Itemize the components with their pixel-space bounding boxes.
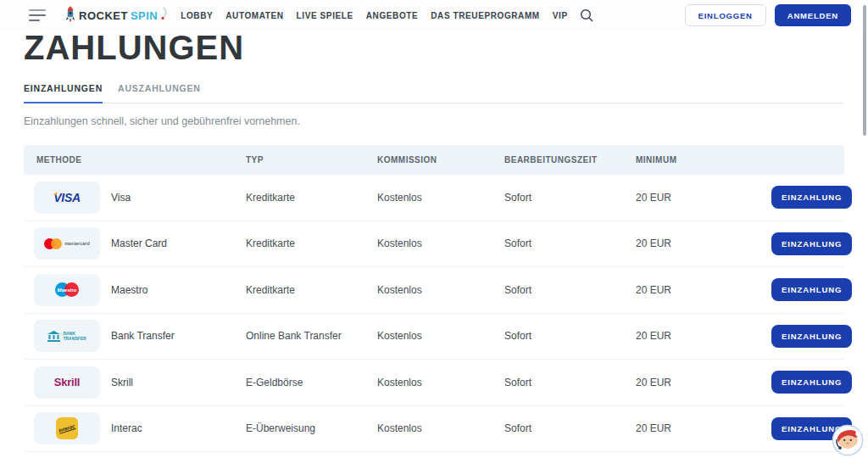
tab-einzahlungen[interactable]: EINZAHLUNGEN	[24, 83, 103, 103]
payments-table: METHODETYPKOMMISSIONBEARBEITUNGSZEITMINI…	[24, 145, 844, 452]
nav-item-live-spiele[interactable]: LIVE SPIELE	[297, 11, 353, 20]
method-name: Master Card	[111, 237, 167, 249]
kommission-cell: Kostenlos	[377, 192, 504, 204]
column-header-kommission: KOMMISSION	[377, 155, 504, 165]
nav-item-angebote[interactable]: ANGEBOTE	[366, 11, 418, 20]
deposit-button[interactable]: EINZAHLUNG	[771, 278, 852, 301]
bearbeitungszeit-cell: Sofort	[504, 192, 636, 204]
mastercard-logo: mastercard	[44, 238, 90, 249]
payment-row-master-card: mastercardMaster CardKreditkarteKostenlo…	[24, 221, 844, 268]
interac-logo: Interac	[56, 417, 78, 439]
payment-row-maestro: MaestroMaestroKreditkarteKostenlosSofort…	[24, 267, 844, 314]
bank-transfer-logo: BANKTRANSFER	[47, 331, 86, 342]
column-header-methode: METHODE	[24, 155, 246, 165]
method-name: Bank Transfer	[111, 330, 175, 342]
register-button[interactable]: ANMELDEN	[775, 4, 851, 26]
table-header-row: METHODETYPKOMMISSIONBEARBEITUNGSZEITMINI…	[24, 145, 844, 175]
brand-name-part1: ROCKET	[79, 9, 128, 22]
deposit-button[interactable]: EINZAHLUNG	[771, 325, 852, 348]
action-cell: EINZAHLUNG	[771, 371, 859, 394]
column-header-typ: TYP	[246, 155, 377, 165]
minimum-cell: 20 EUR	[636, 237, 771, 249]
deposit-button[interactable]: EINZAHLUNG	[771, 186, 852, 209]
method-cell: SkrillSkrill	[24, 366, 246, 399]
minimum-cell: 20 EUR	[636, 377, 771, 388]
method-name: Visa	[111, 192, 131, 204]
kommission-cell: Kostenlos	[377, 237, 504, 249]
nav-item-automaten[interactable]: AUTOMATEN	[225, 11, 283, 20]
skrill-logo: Skrill	[54, 376, 81, 388]
action-cell: EINZAHLUNG	[771, 186, 859, 209]
method-logo-badge: mastercard	[34, 227, 100, 260]
maestro-logo: Maestro	[55, 282, 79, 297]
menu-icon[interactable]	[29, 9, 46, 21]
brand-logo[interactable]: ROCKETSPIN	[64, 6, 167, 25]
bearbeitungszeit-cell: Sofort	[504, 330, 636, 342]
payment-row-skrill: SkrillSkrillE-GeldbörseKostenlosSofort20…	[24, 360, 844, 406]
action-cell: EINZAHLUNG	[771, 278, 859, 301]
method-cell: InteracInterac	[24, 412, 246, 444]
method-cell: MaestroMaestro	[24, 274, 246, 306]
visa-logo: VISA	[53, 191, 80, 204]
payment-row-bank-transfer: BANKTRANSFERBank TransferOnline Bank Tra…	[24, 314, 844, 360]
bearbeitungszeit-cell: Sofort	[504, 284, 636, 296]
tab-auszahlungen[interactable]: AUSZAHLUNGEN	[118, 83, 201, 103]
method-cell: VISAVisa	[24, 182, 246, 214]
method-name: Skrill	[111, 377, 133, 388]
payment-tabs: EINZAHLUNGENAUSZAHLUNGEN	[24, 83, 844, 103]
support-chat-widget[interactable]	[832, 424, 864, 456]
bearbeitungszeit-cell: Sofort	[504, 237, 636, 249]
column-header-bearbeitungszeit: BEARBEITUNGSZEIT	[504, 155, 636, 165]
typ-cell: Online Bank Transfer	[246, 330, 377, 342]
action-cell: EINZAHLUNG	[771, 232, 859, 255]
method-cell: BANKTRANSFERBank Transfer	[24, 320, 246, 352]
nav-item-das-treueprogramm[interactable]: DAS TREUEPROGRAMM	[431, 11, 540, 20]
search-icon[interactable]	[580, 8, 593, 22]
nav-item-lobby[interactable]: LOBBY	[181, 11, 213, 20]
method-logo-badge: Maestro	[34, 274, 100, 306]
app: ROCKETSPIN LOBBYAUTOMATENLIVE SPIELEANGE…	[0, 0, 868, 458]
page-description: Einzahlungen schnell, sicher und gebühre…	[24, 115, 844, 127]
method-logo-badge: BANKTRANSFER	[34, 320, 100, 352]
minimum-cell: 20 EUR	[636, 422, 771, 434]
typ-cell: E-Geldbörse	[246, 377, 377, 388]
payment-row-visa: VISAVisaKreditkarteKostenlosSofort20 EUR…	[24, 175, 844, 221]
deposit-button[interactable]: EINZAHLUNG	[771, 371, 852, 394]
column-header-minimum: MINIMUM	[636, 155, 771, 165]
typ-cell: Kreditkarte	[246, 192, 377, 204]
typ-cell: E-Überweisung	[246, 422, 377, 434]
rocket-icon	[64, 6, 76, 25]
kommission-cell: Kostenlos	[377, 284, 504, 296]
minimum-cell: 20 EUR	[636, 192, 771, 204]
payment-row-interac: InteracInteracE-ÜberweisungKostenlosSofo…	[24, 406, 844, 453]
rocket-trail-icon	[160, 7, 167, 24]
kommission-cell: Kostenlos	[377, 330, 504, 342]
kommission-cell: Kostenlos	[377, 377, 504, 388]
method-logo-badge: VISA	[34, 182, 100, 214]
nav-item-vip[interactable]: VIP	[553, 11, 568, 20]
page-content: ZAHLUNGEN EINZAHLUNGENAUSZAHLUNGEN Einza…	[0, 31, 868, 452]
typ-cell: Kreditkarte	[246, 284, 377, 296]
top-nav-bar: ROCKETSPIN LOBBYAUTOMATENLIVE SPIELEANGE…	[0, 0, 868, 31]
main-nav: LOBBYAUTOMATENLIVE SPIELEANGEBOTEDAS TRE…	[181, 11, 567, 20]
table-body: VISAVisaKreditkarteKostenlosSofort20 EUR…	[24, 175, 844, 452]
minimum-cell: 20 EUR	[636, 330, 771, 342]
login-button[interactable]: EINLOGGEN	[685, 4, 766, 26]
typ-cell: Kreditkarte	[246, 237, 377, 249]
bearbeitungszeit-cell: Sofort	[504, 377, 636, 388]
scrollbar-thumb[interactable]	[863, 5, 866, 136]
method-name: Interac	[111, 422, 142, 434]
action-cell: EINZAHLUNG	[771, 325, 859, 348]
page-title: ZAHLUNGEN	[24, 31, 844, 64]
method-logo-badge: Interac	[34, 412, 100, 444]
brand-name-part2: SPIN	[131, 9, 158, 22]
bearbeitungszeit-cell: Sofort	[504, 422, 636, 434]
kommission-cell: Kostenlos	[377, 422, 504, 434]
deposit-button[interactable]: EINZAHLUNG	[771, 232, 852, 255]
method-cell: mastercardMaster Card	[24, 227, 246, 260]
method-name: Maestro	[111, 284, 147, 296]
method-logo-badge: Skrill	[34, 366, 100, 399]
minimum-cell: 20 EUR	[636, 284, 771, 296]
